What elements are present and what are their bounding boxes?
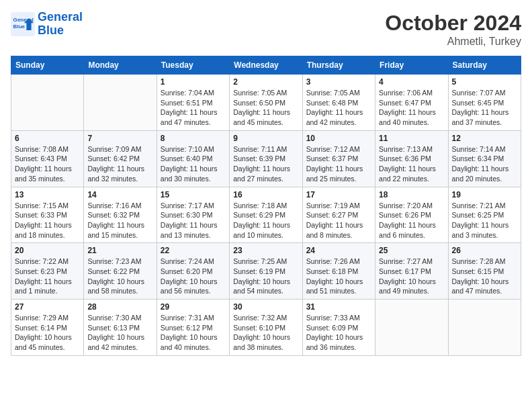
calendar-cell: 3Sunrise: 7:05 AMSunset: 6:48 PMDaylight… [302,75,375,131]
calendar-cell: 22Sunrise: 7:24 AMSunset: 6:20 PMDayligh… [157,243,229,300]
calendar-cell: 1Sunrise: 7:04 AMSunset: 6:51 PMDaylight… [157,75,229,131]
calendar-cell: 19Sunrise: 7:21 AMSunset: 6:25 PMDayligh… [448,187,521,243]
calendar-cell: 17Sunrise: 7:19 AMSunset: 6:27 PMDayligh… [302,187,375,243]
day-number: 3 [306,77,371,87]
day-number: 18 [379,190,444,199]
day-number: 4 [379,77,444,87]
day-detail: Sunrise: 7:17 AMSunset: 6:30 PMDaylight:… [161,201,226,240]
day-number: 31 [306,302,371,312]
day-number: 24 [306,246,371,255]
calendar-cell: 28Sunrise: 7:30 AMSunset: 6:13 PMDayligh… [84,300,157,356]
day-number: 19 [452,190,517,199]
calendar-cell [84,75,157,131]
calendar-cell: 30Sunrise: 7:32 AMSunset: 6:10 PMDayligh… [230,300,302,356]
calendar-cell: 27Sunrise: 7:29 AMSunset: 6:14 PMDayligh… [11,300,84,356]
day-detail: Sunrise: 7:33 AMSunset: 6:09 PMDaylight:… [306,313,371,353]
calendar-cell: 31Sunrise: 7:33 AMSunset: 6:09 PMDayligh… [302,300,375,356]
calendar-cell: 26Sunrise: 7:28 AMSunset: 6:15 PMDayligh… [448,243,521,300]
calendar-cell: 29Sunrise: 7:31 AMSunset: 6:12 PMDayligh… [157,300,229,356]
calendar-cell: 23Sunrise: 7:25 AMSunset: 6:19 PMDayligh… [230,243,302,300]
day-number: 29 [161,302,226,312]
calendar-cell: 6Sunrise: 7:08 AMSunset: 6:43 PMDaylight… [11,130,84,187]
weekday-header: Wednesday [230,56,302,75]
day-detail: Sunrise: 7:10 AMSunset: 6:40 PMDaylight:… [161,144,226,184]
day-detail: Sunrise: 7:28 AMSunset: 6:15 PMDaylight:… [452,257,517,296]
day-detail: Sunrise: 7:12 AMSunset: 6:37 PMDaylight:… [306,144,371,184]
location: Ahmetli, Turkey [385,36,521,48]
page-header: General Blue General Blue October 2024 A… [11,11,521,48]
day-detail: Sunrise: 7:07 AMSunset: 6:45 PMDaylight:… [452,88,517,128]
day-detail: Sunrise: 7:31 AMSunset: 6:12 PMDaylight:… [161,313,226,353]
calendar-cell: 4Sunrise: 7:06 AMSunset: 6:47 PMDaylight… [375,75,448,131]
day-number: 22 [161,246,226,255]
calendar-week-row: 6Sunrise: 7:08 AMSunset: 6:43 PMDaylight… [11,130,521,187]
calendar-cell: 21Sunrise: 7:23 AMSunset: 6:22 PMDayligh… [84,243,157,300]
month-title: October 2024 [385,11,521,36]
day-detail: Sunrise: 7:29 AMSunset: 6:14 PMDaylight:… [15,313,80,353]
logo-general: General [38,11,83,24]
day-number: 11 [379,134,444,143]
weekday-header: Friday [375,56,448,75]
day-detail: Sunrise: 7:15 AMSunset: 6:33 PMDaylight:… [15,201,80,240]
calendar-cell [11,75,84,131]
weekday-header: Tuesday [157,56,229,75]
svg-text:Blue: Blue [13,24,26,30]
calendar-cell: 7Sunrise: 7:09 AMSunset: 6:42 PMDaylight… [84,130,157,187]
calendar-cell [448,300,521,356]
day-detail: Sunrise: 7:14 AMSunset: 6:34 PMDaylight:… [452,144,517,184]
day-number: 25 [379,246,444,255]
calendar-cell: 10Sunrise: 7:12 AMSunset: 6:37 PMDayligh… [302,130,375,187]
calendar-header-row: SundayMondayTuesdayWednesdayThursdayFrid… [11,56,521,75]
calendar-cell: 16Sunrise: 7:18 AMSunset: 6:29 PMDayligh… [230,187,302,243]
day-number: 2 [233,77,298,87]
day-number: 10 [306,134,371,143]
day-detail: Sunrise: 7:19 AMSunset: 6:27 PMDaylight:… [306,201,371,240]
day-detail: Sunrise: 7:23 AMSunset: 6:22 PMDaylight:… [87,257,152,296]
day-detail: Sunrise: 7:11 AMSunset: 6:39 PMDaylight:… [233,144,298,184]
calendar-cell: 8Sunrise: 7:10 AMSunset: 6:40 PMDaylight… [157,130,229,187]
day-detail: Sunrise: 7:22 AMSunset: 6:23 PMDaylight:… [15,257,80,296]
day-number: 6 [15,134,80,143]
day-number: 9 [233,134,298,143]
day-detail: Sunrise: 7:30 AMSunset: 6:13 PMDaylight:… [87,313,152,353]
calendar-week-row: 13Sunrise: 7:15 AMSunset: 6:33 PMDayligh… [11,187,521,243]
title-block: October 2024 Ahmetli, Turkey [385,11,521,48]
day-detail: Sunrise: 7:18 AMSunset: 6:29 PMDaylight:… [233,201,298,240]
calendar-cell: 15Sunrise: 7:17 AMSunset: 6:30 PMDayligh… [157,187,229,243]
calendar-cell: 13Sunrise: 7:15 AMSunset: 6:33 PMDayligh… [11,187,84,243]
day-detail: Sunrise: 7:25 AMSunset: 6:19 PMDaylight:… [233,257,298,296]
weekday-header: Monday [84,56,157,75]
calendar-week-row: 1Sunrise: 7:04 AMSunset: 6:51 PMDaylight… [11,75,521,131]
day-detail: Sunrise: 7:06 AMSunset: 6:47 PMDaylight:… [379,88,444,128]
day-number: 27 [15,302,80,312]
day-detail: Sunrise: 7:13 AMSunset: 6:36 PMDaylight:… [379,144,444,184]
calendar-cell: 20Sunrise: 7:22 AMSunset: 6:23 PMDayligh… [11,243,84,300]
day-number: 17 [306,190,371,199]
calendar-cell: 9Sunrise: 7:11 AMSunset: 6:39 PMDaylight… [230,130,302,187]
day-detail: Sunrise: 7:09 AMSunset: 6:42 PMDaylight:… [87,144,152,184]
day-detail: Sunrise: 7:21 AMSunset: 6:25 PMDaylight:… [452,201,517,240]
weekday-header: Sunday [11,56,84,75]
day-number: 12 [452,134,517,143]
day-detail: Sunrise: 7:16 AMSunset: 6:32 PMDaylight:… [87,201,152,240]
day-number: 30 [233,302,298,312]
day-number: 13 [15,190,80,199]
calendar-cell: 18Sunrise: 7:20 AMSunset: 6:26 PMDayligh… [375,187,448,243]
day-number: 20 [15,246,80,255]
calendar-cell: 25Sunrise: 7:27 AMSunset: 6:17 PMDayligh… [375,243,448,300]
day-number: 15 [161,190,226,199]
calendar-cell: 24Sunrise: 7:26 AMSunset: 6:18 PMDayligh… [302,243,375,300]
day-number: 1 [161,77,226,87]
calendar-week-row: 27Sunrise: 7:29 AMSunset: 6:14 PMDayligh… [11,300,521,356]
calendar-cell: 2Sunrise: 7:05 AMSunset: 6:50 PMDaylight… [230,75,302,131]
calendar-cell: 12Sunrise: 7:14 AMSunset: 6:34 PMDayligh… [448,130,521,187]
day-detail: Sunrise: 7:04 AMSunset: 6:51 PMDaylight:… [161,88,226,128]
calendar-week-row: 20Sunrise: 7:22 AMSunset: 6:23 PMDayligh… [11,243,521,300]
calendar-cell: 5Sunrise: 7:07 AMSunset: 6:45 PMDaylight… [448,75,521,131]
day-number: 14 [87,190,152,199]
day-number: 26 [452,246,517,255]
day-detail: Sunrise: 7:05 AMSunset: 6:48 PMDaylight:… [306,88,371,128]
logo: General Blue General Blue [11,11,83,38]
day-number: 7 [87,134,152,143]
logo-blue: Blue [38,24,83,38]
